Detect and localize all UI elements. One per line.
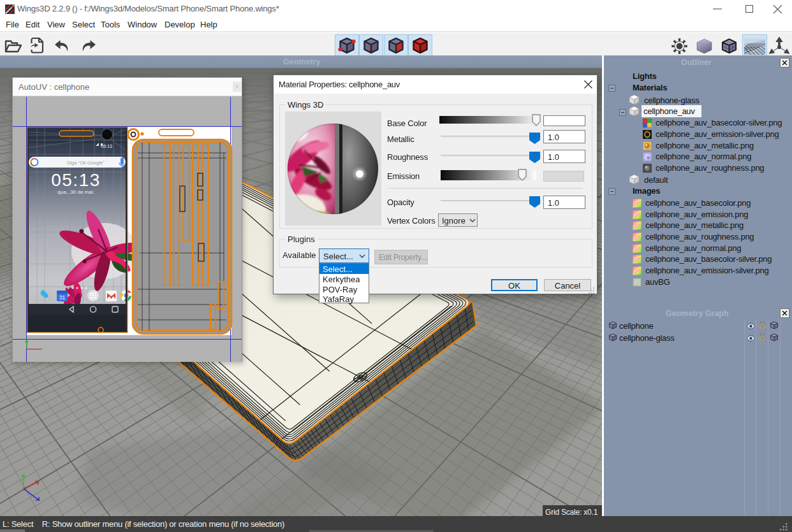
svg-text:31: 31 [59,294,66,301]
svg-text:05:13: 05:13 [51,170,101,190]
svg-text:Diga "Ok Google": Diga "Ok Google" [67,160,105,166]
svg-text:qua., 30 de mai.: qua., 30 de mai. [57,189,94,195]
svg-text:05:13: 05:13 [101,144,112,148]
